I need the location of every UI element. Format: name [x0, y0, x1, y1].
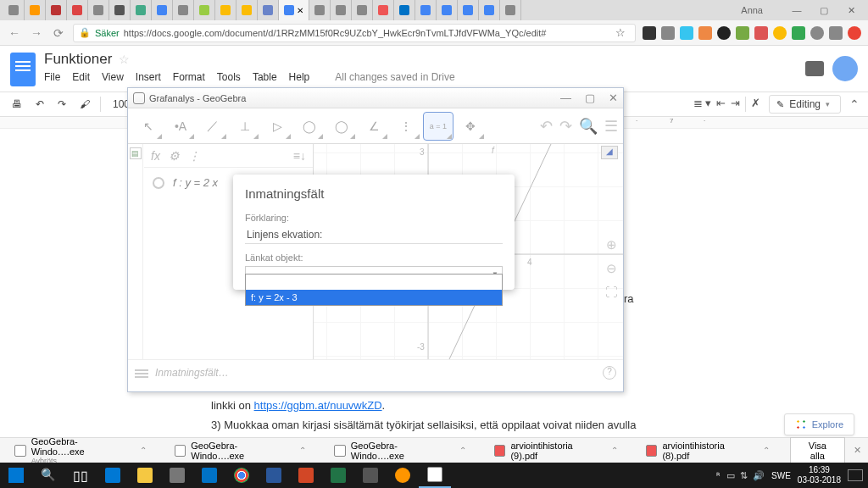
browser-tab[interactable]	[352, 0, 373, 20]
browser-tab[interactable]	[3, 0, 25, 20]
close-downloads-icon[interactable]: ✕	[854, 445, 861, 456]
download-item[interactable]: arviointihistoria (8).pdf	[638, 436, 760, 465]
download-item[interactable]: arviointihistoria (9).pdf	[487, 436, 608, 465]
mail-taskbar-icon[interactable]	[193, 463, 225, 488]
chevron-up-icon[interactable]: ⌃	[459, 446, 466, 455]
toggle-algebra-icon[interactable]: ▤	[130, 147, 142, 159]
menu-format[interactable]: Format	[173, 71, 205, 83]
browser-user-label[interactable]: Anna	[724, 3, 780, 17]
star-favorite-icon[interactable]: ☆	[119, 53, 130, 66]
browser-tab[interactable]	[131, 0, 152, 20]
firefox-taskbar-icon[interactable]	[387, 463, 419, 488]
point-tool[interactable]: •A	[165, 112, 196, 141]
undo-icon[interactable]: ↶	[540, 117, 553, 136]
app-taskbar-icon[interactable]	[354, 463, 387, 488]
menu-help[interactable]: Help	[289, 71, 310, 83]
zoom-out-icon[interactable]: ⊖	[606, 261, 617, 276]
bulleted-list-icon[interactable]: ≣ ▾	[693, 97, 712, 112]
extension-icon[interactable]	[643, 26, 656, 40]
geogebra-input-bar[interactable]: Inmatningsfält… ?	[128, 359, 623, 385]
chrome-taskbar-icon[interactable]	[225, 463, 258, 488]
chevron-up-icon[interactable]: ⌃	[140, 446, 147, 455]
move-view-tool[interactable]: ✥	[455, 112, 486, 141]
url-bar[interactable]: 🔒 Säker https://docs.google.com/document…	[73, 24, 636, 42]
browser-tab[interactable]	[173, 0, 194, 20]
gg-minimize-icon[interactable]: —	[560, 92, 571, 104]
geogebra-title-bar[interactable]: Grafanalys - GeoGebra — ▢ ✕	[128, 88, 623, 108]
slider-tool[interactable]: a = 1	[423, 112, 453, 141]
word-taskbar-icon[interactable]	[258, 463, 290, 488]
ellipse-tool[interactable]: ◯	[326, 112, 357, 141]
explore-button[interactable]: Explore	[784, 413, 854, 435]
language-indicator[interactable]: SWE	[771, 471, 791, 480]
gg-maximize-icon[interactable]: ▢	[585, 92, 595, 104]
docs-logo-icon[interactable]	[10, 53, 36, 86]
extension-icon[interactable]	[829, 26, 843, 40]
browser-tab[interactable]	[152, 0, 173, 20]
perpendicular-tool[interactable]: ⊥	[230, 112, 260, 141]
extension-icon[interactable]	[754, 26, 768, 40]
extension-icon[interactable]	[848, 26, 861, 40]
collapse-toolbar-icon[interactable]: ⌃	[849, 97, 860, 111]
browser-tab[interactable]	[331, 0, 352, 20]
extension-icon[interactable]	[810, 26, 824, 40]
bookmark-star-icon[interactable]: ☆	[615, 26, 626, 39]
zoom-in-icon[interactable]: ⊕	[606, 237, 617, 252]
redo-icon[interactable]: ↷	[559, 117, 572, 136]
browser-tab[interactable]	[194, 0, 215, 20]
window-maximize-icon[interactable]: ▢	[814, 5, 834, 16]
menu-insert[interactable]: Insert	[136, 71, 161, 83]
document-title[interactable]: Funktioner	[44, 51, 112, 68]
notifications-icon[interactable]	[848, 469, 863, 481]
extension-icon[interactable]	[773, 26, 787, 40]
reload-button[interactable]: ⟳	[51, 26, 66, 40]
geogebra-taskbar-icon[interactable]	[419, 463, 451, 488]
redo-icon[interactable]: ↷	[54, 97, 70, 112]
browser-tab[interactable]	[500, 0, 521, 20]
browser-tab[interactable]	[25, 0, 46, 20]
browser-tab[interactable]	[309, 0, 331, 20]
window-close-icon[interactable]: ✕	[841, 5, 861, 16]
download-item[interactable]: GeoGebra-Windo….exe	[167, 436, 297, 465]
visibility-toggle-icon[interactable]	[153, 177, 164, 189]
browser-tab-active[interactable]: ✕	[279, 0, 309, 20]
print-icon[interactable]: 🖶	[8, 97, 25, 112]
browser-tab[interactable]	[67, 0, 88, 20]
system-clock[interactable]: 16:39 03-03-2018	[798, 465, 841, 485]
extension-icon[interactable]	[717, 26, 731, 40]
search-taskbar-icon[interactable]: 🔍	[32, 463, 64, 488]
forward-button[interactable]: →	[29, 26, 44, 40]
edge-taskbar-icon[interactable]	[97, 463, 129, 488]
dropdown-option-function[interactable]: f: y = 2x - 3	[246, 290, 502, 305]
user-avatar[interactable]	[832, 56, 858, 81]
wifi-icon[interactable]: ⇅	[740, 470, 748, 481]
menu-file[interactable]: File	[44, 71, 60, 83]
document-link[interactable]: https://ggbm.at/nuuvwkZD	[254, 399, 382, 412]
keyboard-icon[interactable]	[135, 368, 148, 378]
volume-icon[interactable]: 🔊	[753, 470, 765, 481]
menu-view[interactable]: View	[102, 71, 124, 83]
window-minimize-icon[interactable]: —	[787, 5, 807, 15]
tray-expand-icon[interactable]: ᴿ	[716, 471, 720, 480]
sort-icon[interactable]: ≡↓	[293, 149, 306, 163]
browser-tab[interactable]	[394, 0, 415, 20]
increase-indent-icon[interactable]: ⇥	[731, 97, 740, 112]
start-button[interactable]	[0, 463, 32, 488]
browser-tab[interactable]	[236, 0, 258, 20]
chevron-up-icon[interactable]: ⌃	[763, 446, 770, 455]
explorer-taskbar-icon[interactable]	[129, 463, 161, 488]
graphics-settings-icon[interactable]: ◢	[601, 146, 618, 159]
angle-tool[interactable]: ∠	[359, 112, 389, 141]
chevron-up-icon[interactable]: ⌃	[611, 446, 618, 455]
undo-icon[interactable]: ↶	[32, 97, 47, 112]
browser-tab[interactable]	[88, 0, 109, 20]
menu-icon[interactable]: ☰	[604, 117, 618, 136]
comments-icon[interactable]	[805, 61, 824, 76]
line-tool[interactable]: ／	[198, 112, 228, 141]
fx-icon[interactable]: fx	[151, 149, 160, 163]
help-icon[interactable]: ?	[603, 366, 616, 380]
browser-tab[interactable]	[258, 0, 279, 20]
decrease-indent-icon[interactable]: ⇤	[716, 97, 726, 112]
browser-tab[interactable]	[46, 0, 67, 20]
download-item[interactable]: GeoGebra-Windo….exe	[326, 436, 456, 465]
